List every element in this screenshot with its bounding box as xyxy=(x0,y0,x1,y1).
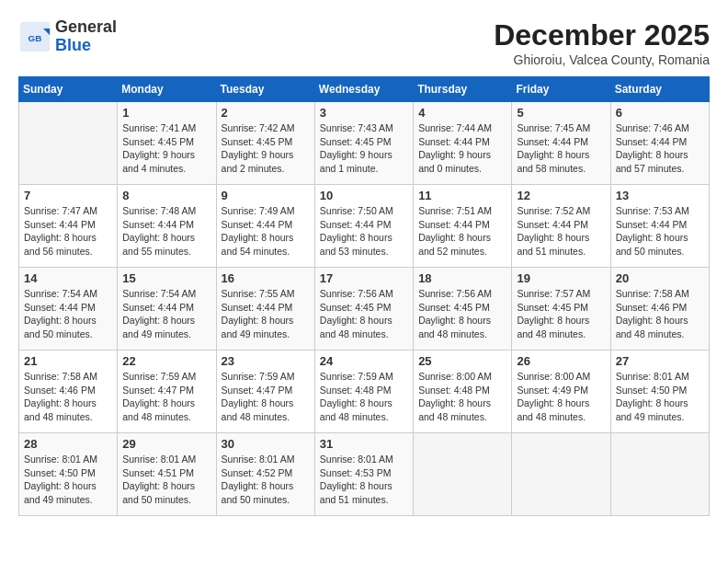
day-info: Sunrise: 8:01 AMSunset: 4:53 PMDaylight:… xyxy=(320,453,408,507)
calendar-cell: 2Sunrise: 7:42 AMSunset: 4:45 PMDaylight… xyxy=(216,102,314,185)
calendar-cell: 16Sunrise: 7:55 AMSunset: 4:44 PMDayligh… xyxy=(216,268,314,350)
day-number: 21 xyxy=(24,354,112,368)
calendar-week-row: 14Sunrise: 7:54 AMSunset: 4:44 PMDayligh… xyxy=(19,268,710,350)
day-number: 12 xyxy=(517,189,605,202)
day-number: 8 xyxy=(122,189,210,202)
calendar-cell: 30Sunrise: 8:01 AMSunset: 4:52 PMDayligh… xyxy=(216,433,314,516)
day-number: 18 xyxy=(418,271,506,285)
day-number: 14 xyxy=(24,271,112,285)
day-info: Sunrise: 7:59 AMSunset: 4:47 PMDaylight:… xyxy=(222,370,310,424)
logo-blue-text: Blue xyxy=(55,36,91,54)
calendar-cell: 20Sunrise: 7:58 AMSunset: 4:46 PMDayligh… xyxy=(610,268,709,350)
day-number: 27 xyxy=(616,354,704,368)
calendar-cell: 29Sunrise: 8:01 AMSunset: 4:51 PMDayligh… xyxy=(118,433,216,516)
calendar-week-row: 1Sunrise: 7:41 AMSunset: 4:45 PMDaylight… xyxy=(19,102,710,185)
calendar-cell: 15Sunrise: 7:54 AMSunset: 4:44 PMDayligh… xyxy=(118,268,216,350)
calendar-header-row: SundayMondayTuesdayWednesdayThursdayFrid… xyxy=(19,77,710,102)
calendar-cell: 19Sunrise: 7:57 AMSunset: 4:45 PMDayligh… xyxy=(512,268,610,350)
day-number: 9 xyxy=(222,189,310,202)
calendar-cell: 18Sunrise: 7:56 AMSunset: 4:45 PMDayligh… xyxy=(414,268,512,350)
title-block: December 2025 Ghioroiu, Valcea County, R… xyxy=(494,18,710,67)
day-number: 28 xyxy=(24,437,112,451)
calendar-cell: 12Sunrise: 7:52 AMSunset: 4:44 PMDayligh… xyxy=(512,185,610,268)
day-number: 4 xyxy=(418,106,506,120)
calendar-cell: 6Sunrise: 7:46 AMSunset: 4:44 PMDaylight… xyxy=(610,102,709,185)
day-info: Sunrise: 7:57 AMSunset: 4:45 PMDaylight:… xyxy=(517,287,605,341)
day-info: Sunrise: 7:46 AMSunset: 4:44 PMDaylight:… xyxy=(616,121,704,176)
day-info: Sunrise: 7:41 AMSunset: 4:45 PMDaylight:… xyxy=(122,121,210,176)
day-number: 20 xyxy=(616,271,704,285)
logo-general-text: General xyxy=(55,17,117,36)
day-number: 24 xyxy=(320,354,408,368)
day-info: Sunrise: 7:58 AMSunset: 4:46 PMDaylight:… xyxy=(24,370,112,424)
page-header: GB General Blue December 2025 Ghioroiu, … xyxy=(18,18,710,67)
calendar-cell: 1Sunrise: 7:41 AMSunset: 4:45 PMDaylight… xyxy=(118,102,216,185)
day-number: 17 xyxy=(320,271,408,285)
calendar-cell xyxy=(610,433,709,516)
calendar-cell: 3Sunrise: 7:43 AMSunset: 4:45 PMDaylight… xyxy=(314,102,413,185)
logo-icon: GB xyxy=(18,20,51,53)
day-info: Sunrise: 7:59 AMSunset: 4:47 PMDaylight:… xyxy=(122,370,210,424)
day-info: Sunrise: 8:00 AMSunset: 4:48 PMDaylight:… xyxy=(418,370,506,424)
location: Ghioroiu, Valcea County, Romania xyxy=(494,52,710,67)
day-info: Sunrise: 8:01 AMSunset: 4:50 PMDaylight:… xyxy=(24,453,112,507)
day-info: Sunrise: 7:51 AMSunset: 4:44 PMDaylight:… xyxy=(418,204,506,259)
day-number: 3 xyxy=(320,106,408,120)
day-info: Sunrise: 8:01 AMSunset: 4:52 PMDaylight:… xyxy=(222,453,310,507)
day-number: 6 xyxy=(616,106,704,120)
calendar-cell: 22Sunrise: 7:59 AMSunset: 4:47 PMDayligh… xyxy=(118,350,216,433)
day-number: 5 xyxy=(517,106,605,120)
calendar-cell: 7Sunrise: 7:47 AMSunset: 4:44 PMDaylight… xyxy=(19,185,118,268)
day-info: Sunrise: 7:54 AMSunset: 4:44 PMDaylight:… xyxy=(24,287,112,341)
day-info: Sunrise: 7:52 AMSunset: 4:44 PMDaylight:… xyxy=(517,204,605,259)
calendar-week-row: 7Sunrise: 7:47 AMSunset: 4:44 PMDaylight… xyxy=(19,185,710,268)
day-info: Sunrise: 7:48 AMSunset: 4:44 PMDaylight:… xyxy=(122,204,210,259)
day-info: Sunrise: 7:49 AMSunset: 4:44 PMDaylight:… xyxy=(222,204,310,259)
calendar-cell: 14Sunrise: 7:54 AMSunset: 4:44 PMDayligh… xyxy=(19,268,118,350)
day-info: Sunrise: 7:42 AMSunset: 4:45 PMDaylight:… xyxy=(222,121,310,176)
header-tuesday: Tuesday xyxy=(216,77,314,102)
day-number: 30 xyxy=(222,437,310,451)
header-friday: Friday xyxy=(512,77,610,102)
day-number: 25 xyxy=(418,354,506,368)
day-info: Sunrise: 7:45 AMSunset: 4:44 PMDaylight:… xyxy=(517,121,605,176)
calendar-cell: 31Sunrise: 8:01 AMSunset: 4:53 PMDayligh… xyxy=(314,433,413,516)
logo: GB General Blue xyxy=(18,18,117,55)
day-info: Sunrise: 7:54 AMSunset: 4:44 PMDaylight:… xyxy=(122,287,210,341)
calendar-cell xyxy=(512,433,610,516)
header-monday: Monday xyxy=(118,77,216,102)
day-number: 29 xyxy=(122,437,210,451)
day-info: Sunrise: 7:58 AMSunset: 4:46 PMDaylight:… xyxy=(616,287,704,341)
calendar-cell: 23Sunrise: 7:59 AMSunset: 4:47 PMDayligh… xyxy=(216,350,314,433)
calendar-cell: 25Sunrise: 8:00 AMSunset: 4:48 PMDayligh… xyxy=(414,350,512,433)
day-info: Sunrise: 7:47 AMSunset: 4:44 PMDaylight:… xyxy=(24,204,112,259)
day-number: 19 xyxy=(517,271,605,285)
day-number: 31 xyxy=(320,437,408,451)
header-thursday: Thursday xyxy=(414,77,512,102)
calendar-cell: 9Sunrise: 7:49 AMSunset: 4:44 PMDaylight… xyxy=(216,185,314,268)
calendar-cell: 10Sunrise: 7:50 AMSunset: 4:44 PMDayligh… xyxy=(314,185,413,268)
calendar-cell: 21Sunrise: 7:58 AMSunset: 4:46 PMDayligh… xyxy=(19,350,118,433)
calendar-cell: 28Sunrise: 8:01 AMSunset: 4:50 PMDayligh… xyxy=(19,433,118,516)
day-number: 23 xyxy=(222,354,310,368)
month-title: December 2025 xyxy=(494,18,710,52)
day-info: Sunrise: 8:01 AMSunset: 4:51 PMDaylight:… xyxy=(122,453,210,507)
calendar-cell: 11Sunrise: 7:51 AMSunset: 4:44 PMDayligh… xyxy=(414,185,512,268)
header-saturday: Saturday xyxy=(610,77,709,102)
day-info: Sunrise: 7:56 AMSunset: 4:45 PMDaylight:… xyxy=(320,287,408,341)
day-number: 11 xyxy=(418,189,506,202)
day-info: Sunrise: 7:53 AMSunset: 4:44 PMDaylight:… xyxy=(616,204,704,259)
calendar-cell xyxy=(414,433,512,516)
calendar-cell: 13Sunrise: 7:53 AMSunset: 4:44 PMDayligh… xyxy=(610,185,709,268)
day-info: Sunrise: 7:43 AMSunset: 4:45 PMDaylight:… xyxy=(320,121,408,176)
day-number: 2 xyxy=(222,106,310,120)
calendar-table: SundayMondayTuesdayWednesdayThursdayFrid… xyxy=(18,76,710,516)
day-info: Sunrise: 7:59 AMSunset: 4:48 PMDaylight:… xyxy=(320,370,408,424)
day-number: 22 xyxy=(122,354,210,368)
calendar-cell: 17Sunrise: 7:56 AMSunset: 4:45 PMDayligh… xyxy=(314,268,413,350)
day-number: 26 xyxy=(517,354,605,368)
calendar-cell: 24Sunrise: 7:59 AMSunset: 4:48 PMDayligh… xyxy=(314,350,413,433)
calendar-week-row: 21Sunrise: 7:58 AMSunset: 4:46 PMDayligh… xyxy=(19,350,710,433)
day-number: 13 xyxy=(616,189,704,202)
day-info: Sunrise: 7:44 AMSunset: 4:44 PMDaylight:… xyxy=(418,121,506,176)
